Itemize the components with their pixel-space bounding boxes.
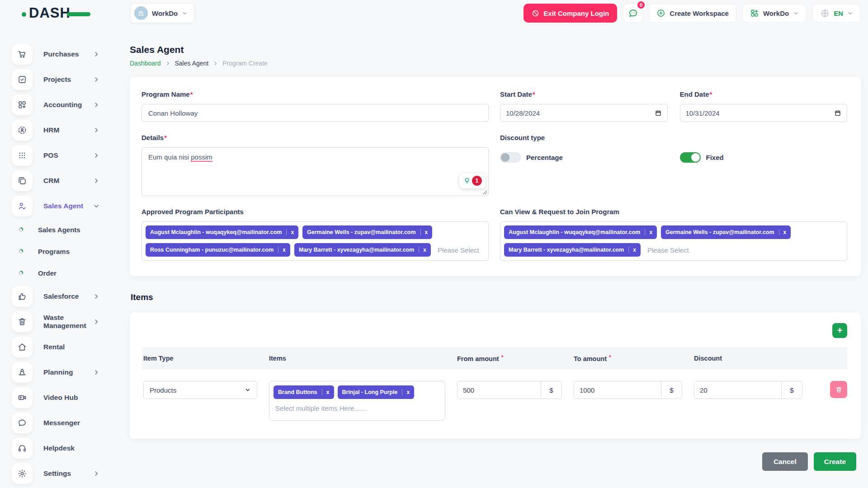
discount-input[interactable]	[694, 381, 781, 399]
program-name-input[interactable]	[142, 104, 489, 122]
from-amount-group: $	[457, 381, 562, 399]
assistant-count-badge: 1	[472, 176, 482, 186]
sidebar-subitem-order[interactable]: Order	[12, 262, 117, 284]
lightbulb-icon	[463, 177, 471, 185]
end-date-input[interactable]: 10/31/2024	[680, 104, 848, 122]
status-donut-icon	[19, 227, 23, 232]
approved-participants-multiselect[interactable]: August Mclaughlin - wuqaqykeq@mailinator…	[142, 221, 489, 261]
delete-item-row-button[interactable]	[830, 381, 847, 398]
required-asterisk: *	[533, 90, 535, 98]
item-type-select[interactable]: Products	[143, 381, 257, 399]
sidebar-item-accounting[interactable]: Accounting	[12, 92, 117, 117]
workdo-apps-button[interactable]: WorkDo	[742, 4, 807, 23]
sidebar-item-settings[interactable]: Settings	[12, 461, 117, 486]
sidebar-item-label: Salesforce	[43, 292, 79, 300]
workdo-apps-label: WorkDo	[763, 9, 789, 17]
globe-icon	[820, 9, 830, 18]
trash-icon	[12, 311, 33, 332]
to-amount-input[interactable]	[574, 381, 661, 399]
required-asterisk: *	[710, 90, 712, 98]
sidebar-subitem-programs[interactable]: Programs	[12, 240, 117, 262]
calendar-icon[interactable]	[655, 109, 662, 117]
messages-button[interactable]: 0	[623, 3, 643, 23]
sidebar-item-crm[interactable]: CRM	[12, 168, 117, 193]
message-icon	[12, 413, 33, 433]
thumbs-up-icon	[12, 286, 33, 307]
remove-tag-icon[interactable]: x	[278, 247, 286, 253]
details-misspelled-word: possim	[191, 153, 212, 162]
chevron-right-icon	[93, 76, 99, 83]
sidebar-item-purchases[interactable]: Purchases	[12, 42, 117, 67]
sidebar-item-planning[interactable]: Planning	[12, 360, 117, 385]
sidebar-item-sales-agent[interactable]: Sales Agent	[12, 193, 117, 219]
language-selector[interactable]: EN	[812, 4, 861, 23]
sidebar-subitem-sales-agents[interactable]: Sales Agents	[12, 219, 117, 240]
percentage-label: Percentage	[526, 154, 563, 161]
check-square-icon	[12, 69, 33, 90]
details-textarea[interactable]: Eum quia nisi possim 1	[142, 147, 489, 196]
copy-icon	[12, 170, 33, 191]
end-date-value: 10/31/2024	[686, 109, 720, 117]
create-button[interactable]: Create	[814, 452, 856, 471]
fixed-toggle[interactable]	[680, 152, 701, 163]
chevron-down-icon	[793, 10, 799, 16]
sidebar-item-pos[interactable]: POS	[12, 143, 117, 168]
calendar-icon[interactable]	[834, 109, 841, 117]
sidebar-item-messenger[interactable]: Messenger	[12, 410, 117, 436]
resize-handle[interactable]	[483, 190, 487, 194]
language-code: EN	[834, 9, 843, 17]
sidebar-item-projects[interactable]: Projects	[12, 67, 117, 92]
sidebar-item-video-hub[interactable]: Video Hub	[12, 385, 117, 410]
breadcrumb-sales-agent[interactable]: Sales Agent	[175, 60, 209, 67]
remove-tag-icon[interactable]: x	[645, 229, 652, 235]
items-table-header: Item Type Items From amount * To amount …	[142, 347, 847, 369]
from-amount-input[interactable]	[458, 381, 541, 399]
remove-tag-icon[interactable]: x	[286, 229, 294, 235]
create-workspace-button[interactable]: Create Workspace	[649, 4, 736, 23]
remove-tag-icon[interactable]: x	[419, 247, 426, 253]
discount-group: $	[694, 381, 802, 399]
add-item-row-button[interactable]: +	[832, 323, 847, 338]
required-asterisk: *	[501, 354, 504, 361]
col-from-amount: From amount *	[457, 354, 562, 362]
remove-tag-icon[interactable]: x	[628, 247, 636, 253]
chevron-right-icon	[165, 61, 170, 66]
cancel-button[interactable]: Cancel	[762, 452, 808, 471]
ban-icon	[532, 9, 539, 17]
exit-label: Exit Company Login	[543, 9, 609, 17]
sidebar-item-salesforce[interactable]: Salesforce	[12, 284, 117, 309]
sidebar-item-helpdesk[interactable]: Helpdesk	[12, 436, 117, 461]
remove-tag-icon[interactable]: x	[322, 389, 330, 395]
main-content: Sales Agent Dashboard Sales Agent Progra…	[117, 26, 868, 488]
breadcrumb-current: Program Create	[222, 60, 268, 67]
exit-company-login-button[interactable]: Exit Company Login	[524, 4, 617, 23]
can-view-label: Can View & Request to Join Program	[500, 208, 847, 216]
sidebar-item-label: HRM	[43, 126, 59, 134]
grid-plus-icon	[12, 94, 33, 115]
items-multiselect[interactable]: Brand Buttonsx Brinjal - Long Purplex Se…	[269, 381, 445, 421]
building-icon	[137, 9, 145, 17]
headphones-icon	[12, 438, 33, 459]
start-date-input[interactable]: 10/28/2024	[500, 104, 668, 122]
required-asterisk: *	[164, 134, 167, 141]
start-date-label: Start Date*	[500, 90, 668, 98]
sidebar-item-rental[interactable]: Rental	[12, 334, 117, 360]
breadcrumb: Dashboard Sales Agent Program Create	[130, 60, 861, 67]
can-view-multiselect[interactable]: August Mclaughlin - wuqaqykeq@mailinator…	[500, 221, 847, 261]
sidebar-item-waste-management[interactable]: Waste Management	[12, 309, 117, 334]
sidebar-item-hrm[interactable]: HRM	[12, 117, 117, 143]
participant-tag: Mary Barrett - xyvezagyha@mailinator.com…	[294, 243, 431, 257]
percentage-toggle[interactable]	[500, 152, 521, 163]
currency-suffix: $	[661, 381, 682, 399]
workspace-switcher[interactable]: WorkDo	[130, 3, 194, 23]
required-asterisk: *	[190, 90, 193, 98]
breadcrumb-dashboard-link[interactable]: Dashboard	[130, 60, 161, 67]
remove-tag-icon[interactable]: x	[420, 229, 428, 235]
program-form-card: Program Name* Start Date* 10/28/2024	[130, 77, 861, 276]
chevron-right-icon	[93, 152, 99, 159]
plus-circle-icon	[656, 9, 665, 18]
remove-tag-icon[interactable]: x	[779, 229, 787, 235]
writing-assistant-widget[interactable]: 1	[459, 173, 486, 188]
remove-tag-icon[interactable]: x	[402, 389, 410, 395]
gear-icon	[12, 463, 33, 484]
